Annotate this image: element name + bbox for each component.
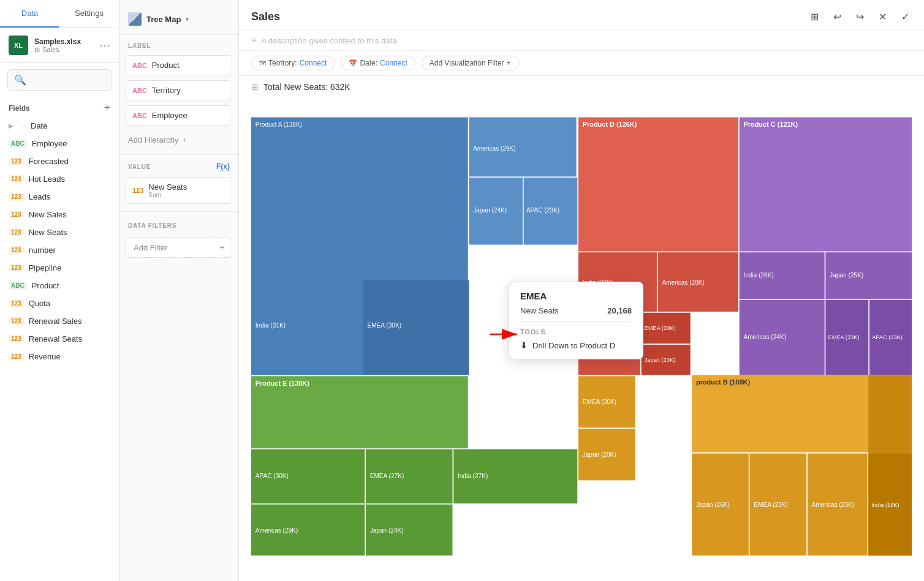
add-field-button[interactable]: + bbox=[104, 102, 110, 114]
search-box[interactable]: 🔍 bbox=[7, 69, 112, 91]
label-apac-e: APAC (30K) bbox=[256, 473, 289, 479]
add-filter-icon: + bbox=[219, 243, 224, 252]
field-item-renewalseats[interactable]: 123 Renewal Seats bbox=[0, 330, 119, 348]
value-item-details: New Seats Sum bbox=[148, 182, 187, 198]
field-name-newseats: New Seats bbox=[29, 228, 67, 237]
search-input[interactable] bbox=[30, 75, 105, 84]
redo-button[interactable]: ↪ bbox=[854, 9, 866, 25]
label-japan-e: Japan (24K) bbox=[370, 527, 404, 534]
field-item-pipeline[interactable]: 123 Pipepline bbox=[0, 259, 119, 277]
field-item-leads[interactable]: 123 Leads bbox=[0, 188, 119, 206]
label-emea-e: EMEA (27K) bbox=[370, 473, 404, 479]
value-item-sub: Sum bbox=[148, 192, 187, 198]
field-type-num4: 123 bbox=[9, 211, 24, 219]
field-type-abc: ABC bbox=[9, 140, 27, 148]
abc-tag-territory: ABC bbox=[132, 87, 147, 94]
field-item-number[interactable]: 123 number bbox=[0, 241, 119, 259]
check-button[interactable]: ✓ bbox=[899, 9, 912, 25]
add-hierarchy-button[interactable]: Add Hierarchy + bbox=[119, 130, 238, 149]
viz-type-label: Tree Map bbox=[146, 15, 181, 24]
label-apac-a: APAC (23K) bbox=[526, 207, 559, 214]
field-type-date bbox=[21, 126, 26, 127]
chart-title-input[interactable] bbox=[251, 10, 808, 23]
field-item-product[interactable]: ABC Product bbox=[0, 277, 119, 294]
fields-label: Fields bbox=[9, 104, 30, 113]
tooltip-arrow bbox=[490, 319, 526, 352]
tab-data[interactable]: Data bbox=[0, 0, 59, 28]
field-item-renewalsales[interactable]: 123 Renewal Sales bbox=[0, 312, 119, 330]
add-filter-label: Add Filter bbox=[134, 243, 168, 252]
tab-settings[interactable]: Settings bbox=[59, 0, 119, 28]
field-item-hotleads[interactable]: 123 Hot Leads bbox=[0, 170, 119, 188]
cell-product-c[interactable] bbox=[740, 118, 912, 252]
close-button[interactable]: ✕ bbox=[876, 9, 889, 25]
field-item-quota[interactable]: 123 Quota bbox=[0, 294, 119, 312]
label-emea-bb: EMEA (23K) bbox=[754, 501, 788, 508]
value-item-text: New Seats bbox=[148, 182, 187, 192]
cell-product-d[interactable] bbox=[578, 118, 738, 252]
field-name-hotleads: Hot Leads bbox=[29, 174, 65, 184]
grid-button[interactable]: ⊞ bbox=[808, 9, 821, 25]
field-name-quota: Quota bbox=[29, 299, 50, 308]
tooltip-action[interactable]: ⬇ Drill Down to Product D bbox=[520, 340, 632, 350]
field-name-number: number bbox=[29, 246, 56, 255]
date-filter-icon: 📅 bbox=[349, 59, 357, 67]
label-item-product[interactable]: ABC Product bbox=[126, 55, 232, 75]
add-filter-button[interactable]: Add Filter + bbox=[126, 238, 232, 258]
add-viz-filter-button[interactable]: Add Visualization Filter + bbox=[422, 56, 519, 70]
right-panel: ⊞ ↩ ↪ ✕ ✓ ≡ A description gives context … bbox=[239, 0, 924, 581]
date-filter-value: Connect bbox=[380, 59, 407, 67]
field-item-newseats[interactable]: 123 New Seats bbox=[0, 223, 119, 241]
tab-bar: Data Settings bbox=[0, 0, 119, 28]
field-name-revenue: Revenue bbox=[29, 352, 61, 361]
fx-button[interactable]: F(x) bbox=[216, 162, 230, 171]
tooltip-divider bbox=[520, 321, 632, 322]
field-type-num9: 123 bbox=[9, 317, 24, 325]
cell-product-e[interactable] bbox=[251, 376, 468, 448]
tooltip-metric-value: 20,168 bbox=[607, 306, 632, 315]
territory-filter-icon: 🗺 bbox=[259, 59, 266, 67]
undo-button[interactable]: ↩ bbox=[831, 9, 844, 25]
field-item-newsales[interactable]: 123 New Sales bbox=[0, 206, 119, 223]
description-placeholder[interactable]: A description gives context to this data bbox=[261, 36, 912, 45]
file-icon-label: XL bbox=[14, 42, 23, 49]
middle-panel: Tree Map ▾ LABEL ABC Product ABC Territo… bbox=[119, 0, 239, 581]
file-info: XL Samples.xlsx ⊞ Sales ⋯ bbox=[0, 28, 119, 63]
label-japan-d: Japan (20K) bbox=[645, 357, 675, 363]
treemap-icon bbox=[128, 12, 142, 26]
field-item-forecasted[interactable]: 123 Forecasted bbox=[0, 152, 119, 170]
field-item-revenue[interactable]: 123 Revenue bbox=[0, 348, 119, 365]
field-type-abc2: ABC bbox=[9, 282, 27, 290]
label-emea-a: EMEA (30K) bbox=[367, 322, 401, 329]
field-name-renewalseats: Renewal Seats bbox=[29, 334, 82, 343]
label-india-c: India (26K) bbox=[743, 272, 773, 279]
value-item-newseats[interactable]: 123 New Seats Sum bbox=[126, 177, 232, 204]
add-hierarchy-icon: + bbox=[182, 135, 187, 144]
file-icon: XL bbox=[9, 36, 28, 55]
tooltip-metric-row: New Seats 20,168 bbox=[520, 306, 632, 315]
more-button[interactable]: ⋯ bbox=[99, 39, 110, 52]
viz-type-header[interactable]: Tree Map ▾ bbox=[119, 6, 238, 35]
field-type-num6: 123 bbox=[9, 246, 24, 254]
field-item-date[interactable]: ▶ Date bbox=[0, 117, 119, 135]
label-emea-d: EMEA (20K) bbox=[645, 325, 676, 331]
field-type-num8: 123 bbox=[9, 299, 24, 307]
num-tag: 123 bbox=[132, 187, 143, 194]
label-item-territory[interactable]: ABC Territory bbox=[126, 80, 232, 100]
field-type-num3: 123 bbox=[9, 193, 24, 201]
data-filters-label: DATA FILTERS bbox=[128, 222, 176, 229]
field-item-employee[interactable]: ABC Employee bbox=[0, 135, 119, 152]
file-sheet: ⊞ Sales bbox=[34, 46, 93, 54]
summary-text: Total New Seats: 632K bbox=[263, 82, 350, 92]
filter-chip-territory[interactable]: 🗺 Territory: Connect bbox=[251, 56, 335, 70]
filter-chip-date[interactable]: 📅 Date: Connect bbox=[341, 56, 415, 70]
label-apac-b2: Japan (20K) bbox=[583, 451, 616, 458]
drill-down-label: Drill Down to Product D bbox=[532, 341, 615, 350]
abc-tag-employee: ABC bbox=[132, 112, 147, 119]
label-item-text-product: Product bbox=[152, 61, 180, 70]
label-item-text-employee: Employee bbox=[152, 111, 187, 120]
add-hierarchy-label: Add Hierarchy bbox=[128, 135, 178, 144]
label-item-employee[interactable]: ABC Employee bbox=[126, 105, 232, 126]
label-india-bb: India (18K) bbox=[871, 502, 899, 508]
desc-icon: ≡ bbox=[251, 36, 256, 45]
